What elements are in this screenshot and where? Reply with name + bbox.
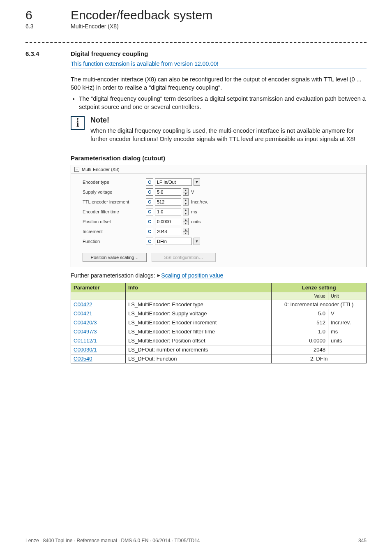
info-cell: LS_DFOut: Function [126,354,272,363]
page-number: 345 [358,538,367,543]
value-cell: 0.0000 [272,336,328,345]
info-icon: i [71,116,85,130]
th-info: Info [126,283,272,292]
info-cell: LS_MultiEncoder: Supply voltage [126,309,272,318]
spinner-buttons[interactable]: ▲▼ [183,188,189,196]
table-row: C00421LS_MultiEncoder: Supply voltage5.0… [71,309,367,318]
arrow-icon: ▸ [157,272,160,278]
parameter-table: Parameter Info Lenze setting Value Unit … [71,283,367,363]
position-value-scaling-button[interactable]: Position value scaling… [83,253,147,262]
tree-collapse-icon[interactable]: − [74,167,79,172]
table-row: C00030/1LS_DFOut: number of increments20… [71,345,367,354]
intro-bullet: The "digital frequency coupling" term de… [79,95,367,111]
th-parameter: Parameter [71,283,126,292]
chapter-title: Encoder/feedback system [71,8,212,22]
dialog-field-unit: ms [191,209,197,214]
dialog-row: Supply voltageC▲▼V [83,187,361,197]
parameter-link[interactable]: C00422 [74,301,92,308]
info-cell: LS_MultiEncoder: Encoder increment [126,318,272,327]
parameter-link[interactable]: C00421 [74,310,92,317]
table-row: C01112/1LS_MultiEncoder: Position offset… [71,336,367,345]
dialog-field-input[interactable] [155,218,181,225]
c-chip-icon[interactable]: C [146,218,153,225]
parameter-link[interactable]: C00030/1 [74,347,97,353]
info-cell: LS_MultiEncoder: Position offset [126,336,272,345]
spinner-buttons[interactable]: ▲▼ [183,208,189,215]
dialog-field-input[interactable] [155,208,181,215]
divider-dashed [25,42,367,43]
value-cell: 2: DFIn [272,354,367,363]
parameter-link[interactable]: C00497/3 [74,328,97,335]
dialog-field-input[interactable] [155,228,181,235]
ssi-configuration-button: SSI configuration… [152,253,216,262]
unit-cell: V [328,309,367,318]
chevron-down-icon[interactable]: ▼ [194,178,200,186]
value-cell: 2048 [272,345,328,354]
dialog-field-label: Encoder type [83,180,144,185]
unit-cell: Incr./rev. [328,318,367,327]
dialog-field-label: Function [83,239,144,244]
version-note: This function extension is available fro… [71,60,367,67]
spinner-buttons[interactable]: ▲▼ [183,218,189,225]
value-cell: 512 [272,318,328,327]
dialog-row: Encoder typeC▼ [83,177,361,187]
parameter-link[interactable]: C00420/3 [74,319,97,326]
dialog-field-input[interactable] [155,188,181,196]
table-row: C00420/3LS_MultiEncoder: Encoder increme… [71,318,367,327]
unit-cell: ms [328,327,367,336]
value-cell: 5.0 [272,309,328,318]
c-chip-icon[interactable]: C [146,228,153,235]
chapter-number: 6 [25,8,71,22]
dialog-row: TTL encoder incrementC▲▼Incr./rev. [83,197,361,207]
info-cell: LS_MultiEncoder: Encoder type [126,300,272,309]
c-chip-icon[interactable]: C [146,198,153,206]
spinner-buttons[interactable]: ▲▼ [183,198,189,206]
table-row: C00422LS_MultiEncoder: Encoder type0: In… [71,300,367,309]
footer-left: Lenze · 8400 TopLine · Reference manual … [25,538,200,543]
dialog-panel-title: Multi-Encoder (X8) [82,167,120,172]
dialog-field-label: TTL encoder increment [83,199,144,204]
dialog-field-label: Increment [83,229,144,234]
dialog-field-label: Supply voltage [83,190,144,194]
parameter-link[interactable]: C01112/1 [74,338,97,344]
dialog-row: FunctionC▼ [83,236,361,246]
dialog-field-input[interactable] [155,238,192,245]
chevron-down-icon[interactable]: ▼ [194,238,200,245]
section-title: Multi-Encoder (X8) [71,23,119,30]
section-number: 6.3 [25,23,71,30]
dialog-field-input[interactable] [155,198,181,206]
info-cell: LS_DFOut: number of increments [126,345,272,354]
subsection-title: Digital frequency coupling [71,50,367,57]
dialog-field-unit: V [191,190,194,194]
info-cell: LS_MultiEncoder: Encoder filter time [126,327,272,336]
parameterisation-dialog: − Multi-Encoder (X8) Encoder typeC▼Suppl… [71,165,367,267]
c-chip-icon[interactable]: C [146,238,153,245]
subsection-number: 6.3.4 [25,50,71,363]
dialog-row: Encoder filter timeC▲▼ms [83,207,361,217]
unit-cell [328,345,367,354]
dialog-row: IncrementC▲▼ [83,227,361,236]
dialog-row: Position offsetC▲▼units [83,217,361,227]
th-unit: Unit [328,292,367,300]
value-cell: 0: Incremental encoder (TTL) [272,300,367,309]
divider-accent [71,69,367,69]
c-chip-icon[interactable]: C [146,178,153,186]
table-row: C00540LS_DFOut: Function2: DFIn [71,354,367,363]
dialog-field-input[interactable] [155,178,192,186]
spinner-buttons[interactable]: ▲▼ [183,228,189,235]
parameter-link[interactable]: C00540 [74,356,92,362]
dialog-field-unit: units [191,219,201,224]
table-row: C00497/3LS_MultiEncoder: Encoder filter … [71,327,367,336]
dialog-field-label: Position offset [83,219,144,224]
c-chip-icon[interactable]: C [146,208,153,215]
unit-cell: units [328,336,367,345]
th-value: Value [272,292,328,300]
th-lenze-setting: Lenze setting [272,283,367,292]
value-cell: 1.0 [272,327,328,336]
intro-paragraph: The multi-encoder interface (X8) can als… [71,76,367,92]
further-dialogs-label: Further parameterisation dialogs: [71,272,157,279]
dialog-field-unit: Incr./rev. [191,199,208,204]
scaling-position-value-link[interactable]: Scaling of position value [161,272,223,279]
c-chip-icon[interactable]: C [146,188,153,196]
dialog-field-label: Encoder filter time [83,209,144,214]
